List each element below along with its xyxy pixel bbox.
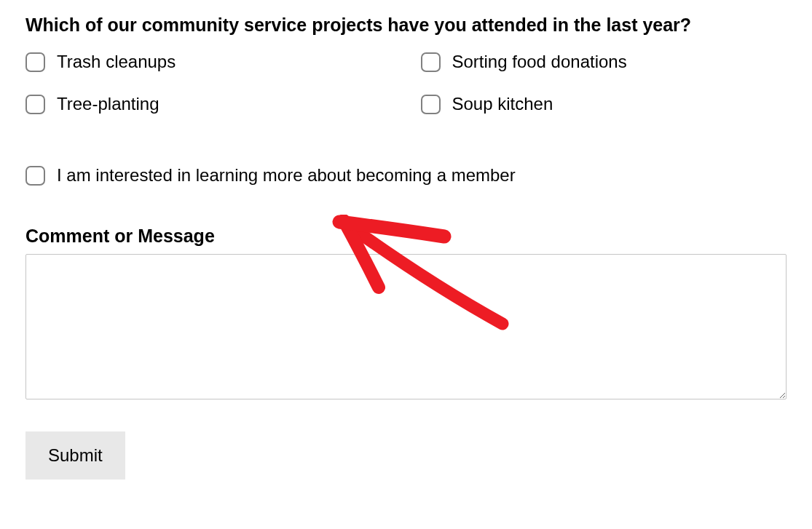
interest-label[interactable]: I am interested in learning more about b… (57, 165, 516, 186)
checkbox-soup-kitchen[interactable] (421, 95, 441, 114)
options-grid: Trash cleanups Sorting food donations Tr… (25, 52, 787, 114)
option-item: Trash cleanups (25, 52, 399, 72)
checkbox-sorting-food[interactable] (421, 52, 441, 72)
option-label[interactable]: Soup kitchen (452, 94, 553, 114)
option-label[interactable]: Tree-planting (57, 94, 159, 114)
comment-label: Comment or Message (25, 226, 787, 247)
checkbox-trash-cleanups[interactable] (25, 52, 45, 72)
option-item: Sorting food donations (414, 52, 787, 72)
comment-textarea[interactable] (25, 254, 787, 399)
checkbox-tree-planting[interactable] (25, 95, 45, 114)
option-item: Tree-planting (25, 94, 399, 114)
question-heading: Which of our community service projects … (25, 15, 787, 36)
option-label[interactable]: Sorting food donations (452, 52, 627, 72)
submit-button[interactable]: Submit (25, 431, 125, 480)
option-item: Soup kitchen (414, 94, 787, 114)
interest-row: I am interested in learning more about b… (25, 165, 787, 186)
option-label[interactable]: Trash cleanups (57, 52, 176, 72)
checkbox-interest-member[interactable] (25, 166, 45, 186)
